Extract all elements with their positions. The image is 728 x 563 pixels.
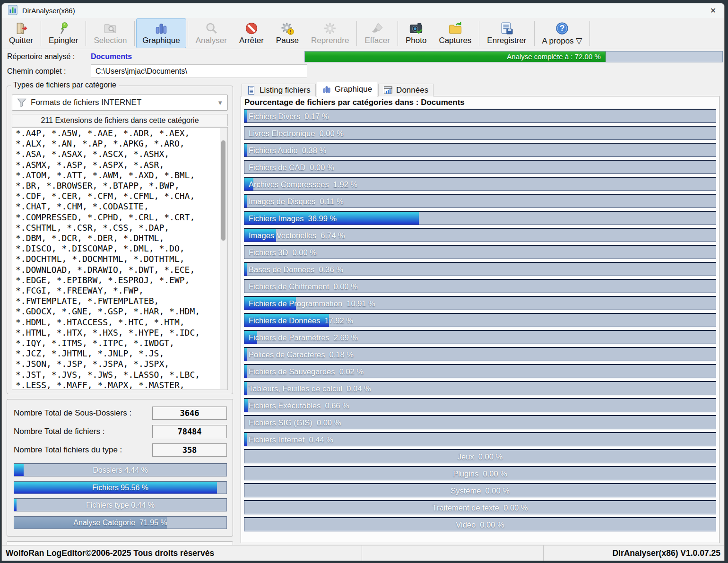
toolbar-button-enregistrer[interactable]: Enregistrer (481, 18, 532, 48)
extension-line: *.FWTEMPLATE, *.FWTEMPLATEB, (16, 296, 219, 306)
tab-strip: Listing fichiersGraphiqueDonnées (241, 82, 719, 96)
full-path-label: Chemin complet : (2, 67, 91, 76)
extension-line: *.ALX, *.AN, *.AP, *.APKG, *.ARO, (16, 139, 219, 149)
stat-value: 78484 (152, 425, 227, 438)
toolbar-button-graphique[interactable]: Graphique (136, 18, 186, 48)
exit-door-icon (14, 21, 28, 35)
chart-bar-label: Fichiers SIG (GIS) 0.00 % (249, 418, 341, 427)
status-bar-version: DirAnalyser(x86) V1.0.07.25 (544, 548, 724, 558)
magnifier-icon (204, 21, 218, 35)
toolbar-button-captures[interactable]: Captures (433, 18, 477, 48)
main-area: Types de fichiers par catégorie Formats … (2, 78, 724, 545)
tab-donn-es[interactable]: Données (378, 84, 433, 96)
chart-bar-row: Bases de Données 0.36 % (244, 262, 716, 276)
chart-bar-label: Polices de Caractères 0.18 % (249, 350, 354, 359)
extension-line: *.EDGE, *.EPIBRW, *.ESPROJ, *.EWP, (16, 275, 219, 286)
extension-line: *.CDF, *.CER, *.CFM, *.CFML, *.CHA, (16, 191, 219, 201)
toolbar-button-label: Reprendre (311, 36, 349, 45)
chart-panel: Pourcentage de fichiers par catégories d… (241, 96, 719, 543)
analyzed-dir-row: Répertoire analysé : Documents Analyse c… (2, 49, 724, 64)
chart-bar-row: Fichiers Images 36.99 % (244, 211, 716, 225)
groupbox-title: Types de fichiers par catégorie (11, 81, 119, 89)
mini-progress-label: Dossiers 4.44 % (14, 466, 226, 475)
mini-bars: Dossiers 4.44 %Fichiers 95.56 %Fichiers … (14, 463, 227, 529)
extension-line: *.LESS, *.MAFF, *.MAPX, *.MASTER, (16, 380, 219, 390)
analysis-status-message: Documents est en cours d'analyse... (7, 541, 233, 545)
mini-progress-bar: Analyse Catégorie 71.95 % (14, 516, 227, 529)
toolbar-button-epingler[interactable]: Epingler (43, 18, 84, 48)
toolbar-divider (134, 21, 135, 46)
chart-bar-row: Tableurs, Feuilles de calcul 0.04 % (244, 381, 716, 395)
mini-progress-bar: Dossiers 4.44 % (14, 463, 227, 476)
chart-bar-row: Livres Electronique 0.00 % (244, 126, 716, 140)
chevron-down-icon: ▼ (217, 99, 223, 106)
chart-bar-fill (244, 195, 247, 208)
extension-line: *.A4P, *.A5W, *.AAE, *.ADR, *.AEX, (16, 128, 219, 139)
document-list-icon (247, 86, 256, 95)
toolbar-divider (188, 21, 188, 46)
toolbar-divider (589, 21, 590, 46)
chart-bar-fill (244, 348, 247, 361)
toolbar-button-photo[interactable]: Photo (399, 18, 433, 48)
title-bar: DirAnalyser(x86) ✕ (2, 3, 724, 18)
analysis-progress-text: Analyse complète à : 72.00 % (507, 52, 605, 61)
chart-bar-label: Fichiers de Données 17.92 % (249, 316, 353, 325)
svg-text:!: ! (290, 29, 292, 35)
analysis-progress-fill: Analyse complète à : 72.00 % (305, 52, 606, 62)
chart-bar-label: Bases de Données 0.36 % (249, 265, 343, 274)
toolbar-button-label: Graphique (142, 36, 180, 45)
save-icon (500, 21, 514, 35)
chart-bar-label: Jeux 0.00 % (458, 452, 503, 461)
mini-progress-bar: Fichiers 95.56 % (14, 481, 227, 494)
toolbar-button-apropos[interactable]: ?A propos ▽ (536, 18, 589, 48)
chart-bar-row: Jeux 0.00 % (244, 449, 716, 463)
scrollbar-thumb[interactable] (221, 140, 225, 241)
help-icon: ? (555, 21, 569, 35)
chart-bar-row: Fichiers Divers 0.17 % (244, 109, 716, 123)
extension-line: *.HTML, *.HTX, *.HXS, *.HYPE, *.IDC, (16, 328, 219, 338)
full-path-field[interactable]: C:\Users\jmjac\Documents\ (91, 64, 307, 78)
chart-bar-row: Fichiers de Chiffrement 0.00 % (244, 279, 716, 293)
category-dropdown-value: Formats de fichiers INTERNET (31, 98, 213, 107)
toolbar-button-reprendre: Reprendre (305, 18, 355, 48)
extension-line: *.FCGI, *.FREEWAY, *.FWP, (16, 286, 219, 296)
extension-line: *.DISCO, *.DISCOMAP, *.DML, *.DO, (16, 243, 219, 254)
extensions-scrollbar[interactable] (220, 128, 227, 389)
toolbar-button-analyser: Analyser (190, 18, 233, 48)
data-grid-icon (383, 86, 393, 95)
app-icon (8, 5, 17, 17)
toolbar-button-label: Epingler (49, 36, 78, 45)
extensions-text: *.A4P, *.A5W, *.AAE, *.ADR, *.AEX,*.ALX,… (12, 128, 227, 390)
tab-listing-fichiers[interactable]: Listing fichiers (242, 84, 316, 96)
toolbar-button-arreter[interactable]: Arrêter (233, 18, 270, 48)
chart-bar-label: Fichiers de Chiffrement 0.00 % (249, 282, 358, 291)
bar-chart-icon (322, 85, 331, 94)
chart-bar-label: Fichiers Images 36.99 % (249, 214, 337, 223)
toolbar-button-quitter[interactable]: Quitter (3, 18, 39, 48)
left-panel: Types de fichiers par catégorie Formats … (7, 82, 233, 543)
stat-label: Nombre Total de fichiers : (14, 427, 104, 436)
chart-bar-row: Fichiers de CAD 0.00 % (244, 160, 716, 174)
chart-bar-row: Fichiers de Données 17.92 % (244, 313, 716, 327)
chart-bar-row: Vidéo 0.00 % (244, 517, 716, 531)
chart-bar-row: Fichiers de Paramètres 2.69 % (244, 330, 716, 344)
extension-line: *.HDML, *.HTACCESS, *.HTC, *.HTM, (16, 317, 219, 328)
close-icon[interactable]: ✕ (702, 3, 724, 18)
mini-progress-label: Fichiers type 0.44 % (14, 501, 226, 510)
chart-bar-fill (244, 110, 247, 122)
stat-row-type-files: Nombre Total fichiers du type : 358 (14, 443, 227, 457)
toolbar-divider (534, 21, 535, 46)
tab-label: Listing fichiers (260, 86, 311, 95)
chart-bar-label: Fichiers Audio 0.38 % (249, 146, 326, 155)
tab-graphique[interactable]: Graphique (317, 82, 377, 96)
extension-line: *.DBM, *.DCR, *.DER, *.DHTML, (16, 233, 219, 243)
svg-text:?: ? (560, 24, 565, 33)
extensions-list[interactable]: *.A4P, *.A5W, *.AAE, *.ADR, *.AEX,*.ALX,… (12, 127, 228, 390)
extension-line: *.ASMX, *.ASP, *.ASPX, *.ASR, (16, 160, 219, 170)
category-dropdown[interactable]: Formats de fichiers INTERNET ▼ (12, 95, 228, 111)
chart-title: Pourcentage de fichiers par catégories d… (244, 97, 716, 109)
chart-bar-label: Fichiers de CAD 0.00 % (249, 163, 334, 172)
toolbar-button-label: Selection (94, 36, 127, 45)
toolbar-button-pause[interactable]: !Pause (270, 18, 305, 48)
toolbar-button-label: Captures (439, 36, 471, 45)
